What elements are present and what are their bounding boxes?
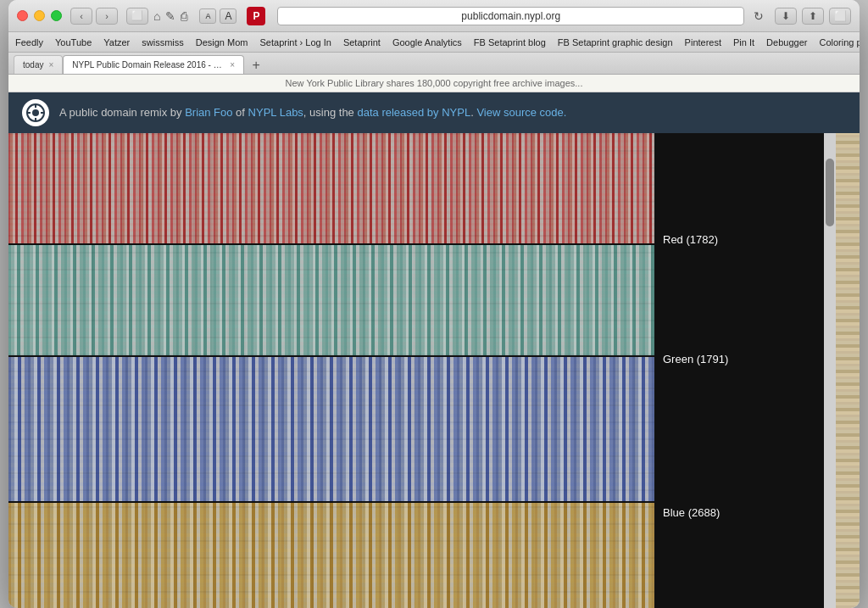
maximize-button[interactable] [51,10,62,21]
forward-button[interactable]: › [96,8,118,25]
bookmark-fb-blog[interactable]: FB Setaprint blog [474,37,546,47]
print-icon[interactable]: ⎙ [181,9,187,23]
bookmark-setaprint[interactable]: Setaprint [343,37,381,47]
bookmark-coloring[interactable]: Coloring pages [819,37,860,47]
scrollbar-thumb[interactable] [826,159,834,226]
nav-buttons: ‹ › [70,8,118,25]
mosaic-visualization [8,133,654,608]
author-link[interactable]: Brian Foo [185,106,232,119]
tab-add-button[interactable]: + [248,57,264,74]
browser-window: ‹ › ⬜ ⌂ ✎ ⎙ A A P publicdomain.nypl.org … [8,0,860,608]
band-orange [8,503,654,608]
scrollbar[interactable] [824,133,836,608]
share-button[interactable]: ⬆ [802,8,824,25]
label-green: Green (1791) [654,346,824,372]
band-green [8,245,654,355]
bookmark-feedly[interactable]: Feedly [15,37,43,47]
bookmark-design-mom[interactable]: Design Mom [196,37,248,47]
fullscreen-button[interactable]: ⬜ [829,8,851,25]
title-bar: ‹ › ⬜ ⌂ ✎ ⎙ A A P publicdomain.nypl.org … [8,0,860,32]
bookmark-youtube[interactable]: YouTube [55,37,92,47]
right-toolbar-buttons: ⬇ ⬆ ⬜ [775,8,851,25]
bookmark-fb-graphic[interactable]: FB Setaprint graphic design [558,37,673,47]
notification-bar: New York Public Library shares 180,000 c… [8,75,860,92]
traffic-lights [17,10,62,21]
edit-icon[interactable]: ✎ [165,9,175,23]
site-logo [22,99,49,126]
address-bar[interactable]: publicdomain.nypl.org [277,7,744,25]
source-code-link[interactable]: View source code. [476,106,566,119]
download-button[interactable]: ⬇ [775,8,797,25]
toolbar-icons: ⌂ ✎ ⎙ [153,9,187,23]
tab-close-today[interactable]: × [48,60,53,70]
svg-point-1 [32,109,39,116]
tab-today[interactable]: today × [14,55,63,74]
bookmark-swissmiss[interactable]: swissmiss [142,37,184,47]
band-blue [8,357,654,501]
tab-bar: today × NYPL Public Domain Release 2016 … [8,53,860,75]
bookmark-yatzer[interactable]: Yatzer [103,37,130,47]
tab-close-nypl[interactable]: × [230,60,235,70]
share-view-button[interactable]: ⬜ [126,8,148,25]
notification-text: New York Public Library shares 180,000 c… [286,78,583,88]
right-strip-image [836,133,860,608]
minimize-button[interactable] [34,10,45,21]
site-header: A public domain remix by Brian Foo of NY… [8,92,860,133]
bookmarks-bar: Feedly YouTube Yatzer swissmiss Design M… [8,32,860,53]
site-header-text: A public domain remix by Brian Foo of NY… [59,105,566,120]
font-large-button[interactable]: A [220,8,236,24]
nypl-labs-link[interactable]: NYPL Labs [248,106,303,119]
home-icon[interactable]: ⌂ [153,9,160,23]
sidebar: Red (1782) Green (1791) Blue (2688) Oran… [654,133,860,608]
band-red [8,133,654,243]
label-red: Red (1782) [654,226,824,253]
bookmark-analytics[interactable]: Google Analytics [392,37,462,47]
bookmark-pinterest[interactable]: Pinterest [685,37,721,47]
main-content: Red (1782) Green (1791) Blue (2688) Oran… [8,133,860,608]
reload-button[interactable]: ↻ [749,7,768,25]
bookmark-setaprint-login[interactable]: Setaprint › Log In [260,37,331,47]
label-blue: Blue (2688) [654,499,824,526]
address-bar-section: ⌂ ✎ ⎙ A A P publicdomain.nypl.org ↻ [153,7,768,25]
font-size-buttons: A A [199,8,236,24]
tab-nypl[interactable]: NYPL Public Domain Release 2016 - Visual… [63,55,244,74]
bookmark-debugger[interactable]: Debugger [766,37,807,47]
back-button[interactable]: ‹ [70,8,92,25]
close-button[interactable] [17,10,28,21]
bookmark-pinit[interactable]: Pin It [733,37,754,47]
sidebar-labels: Red (1782) Green (1791) Blue (2688) Oran… [654,133,824,608]
font-small-button[interactable]: A [199,8,216,24]
data-link[interactable]: data released by NYPL [357,106,470,119]
pinterest-button[interactable]: P [247,7,265,25]
